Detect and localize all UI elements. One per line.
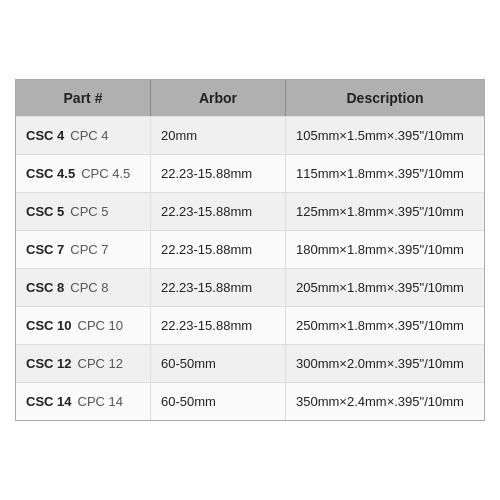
description-cell: 300mm×2.0mm×.395"/10mm (286, 345, 484, 382)
part-sub: CPC 12 (78, 356, 124, 371)
description-cell: 180mm×1.8mm×.395"/10mm (286, 231, 484, 268)
product-table: Part # Arbor Description CSC 4CPC 420mm1… (15, 79, 485, 421)
description-cell: 125mm×1.8mm×.395"/10mm (286, 193, 484, 230)
arbor-cell: 22.23-15.88mm (151, 269, 286, 306)
table-row: CSC 7CPC 722.23-15.88mm180mm×1.8mm×.395"… (16, 230, 484, 268)
arbor-cell: 22.23-15.88mm (151, 231, 286, 268)
header-part: Part # (16, 80, 151, 116)
description-cell: 205mm×1.8mm×.395"/10mm (286, 269, 484, 306)
description-cell: 350mm×2.4mm×.395"/10mm (286, 383, 484, 420)
description-cell: 105mm×1.5mm×.395"/10mm (286, 117, 484, 154)
arbor-cell: 60-50mm (151, 383, 286, 420)
table-row: CSC 12CPC 1260-50mm300mm×2.0mm×.395"/10m… (16, 344, 484, 382)
part-sub: CPC 4 (70, 128, 108, 143)
table-row: CSC 8CPC 822.23-15.88mm205mm×1.8mm×.395"… (16, 268, 484, 306)
part-cell: CSC 10CPC 10 (16, 307, 151, 344)
table-row: CSC 14CPC 1460-50mm350mm×2.4mm×.395"/10m… (16, 382, 484, 420)
table-row: CSC 10CPC 1022.23-15.88mm250mm×1.8mm×.39… (16, 306, 484, 344)
part-main: CSC 4 (26, 128, 64, 143)
description-cell: 250mm×1.8mm×.395"/10mm (286, 307, 484, 344)
part-main: CSC 12 (26, 356, 72, 371)
part-main: CSC 8 (26, 280, 64, 295)
part-sub: CPC 4.5 (81, 166, 130, 181)
description-cell: 115mm×1.8mm×.395"/10mm (286, 155, 484, 192)
part-sub: CPC 7 (70, 242, 108, 257)
arbor-cell: 22.23-15.88mm (151, 155, 286, 192)
part-sub: CPC 8 (70, 280, 108, 295)
arbor-cell: 60-50mm (151, 345, 286, 382)
part-cell: CSC 8CPC 8 (16, 269, 151, 306)
part-main: CSC 10 (26, 318, 72, 333)
part-cell: CSC 12CPC 12 (16, 345, 151, 382)
part-cell: CSC 4CPC 4 (16, 117, 151, 154)
part-cell: CSC 5CPC 5 (16, 193, 151, 230)
arbor-cell: 22.23-15.88mm (151, 193, 286, 230)
part-sub: CPC 10 (78, 318, 124, 333)
header-arbor: Arbor (151, 80, 286, 116)
table-row: CSC 5CPC 522.23-15.88mm125mm×1.8mm×.395"… (16, 192, 484, 230)
part-sub: CPC 14 (78, 394, 124, 409)
table-row: CSC 4CPC 420mm105mm×1.5mm×.395"/10mm (16, 116, 484, 154)
part-cell: CSC 7CPC 7 (16, 231, 151, 268)
part-cell: CSC 14CPC 14 (16, 383, 151, 420)
header-description: Description (286, 80, 484, 116)
table-body: CSC 4CPC 420mm105mm×1.5mm×.395"/10mmCSC … (16, 116, 484, 420)
arbor-cell: 22.23-15.88mm (151, 307, 286, 344)
table-header: Part # Arbor Description (16, 80, 484, 116)
part-cell: CSC 4.5CPC 4.5 (16, 155, 151, 192)
part-main: CSC 4.5 (26, 166, 75, 181)
part-main: CSC 5 (26, 204, 64, 219)
part-main: CSC 14 (26, 394, 72, 409)
part-sub: CPC 5 (70, 204, 108, 219)
table-row: CSC 4.5CPC 4.522.23-15.88mm115mm×1.8mm×.… (16, 154, 484, 192)
arbor-cell: 20mm (151, 117, 286, 154)
part-main: CSC 7 (26, 242, 64, 257)
